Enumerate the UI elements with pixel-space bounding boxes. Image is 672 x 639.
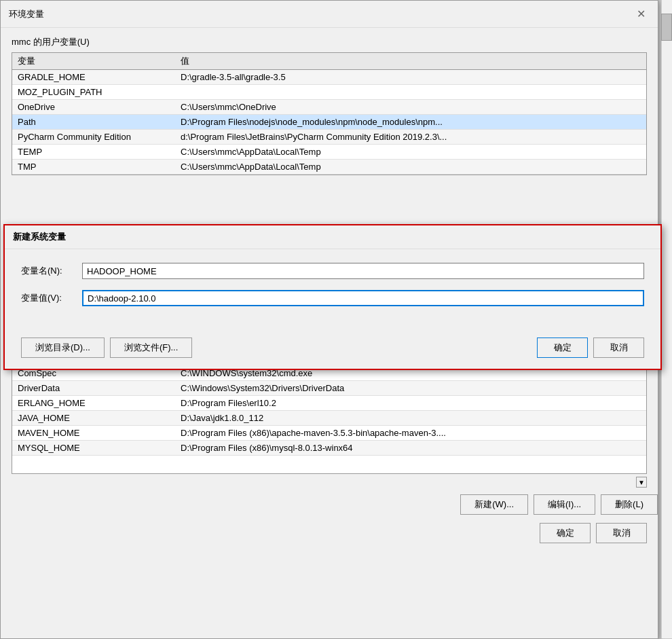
edit-sys-var-button[interactable]: 编辑(I)... [534, 494, 595, 515]
var-value-label: 变量值(V): [21, 292, 82, 304]
table-row[interactable]: ERLANG_HOME D:\Program Files\erl10.2 [12, 396, 646, 411]
table-row[interactable]: PyCharm Community Edition d:\Program Fil… [12, 130, 646, 145]
right-scrollbar[interactable] [661, 0, 672, 638]
user-vars-section: mmc 的用户变量(U) 变量 值 GRADLE_HOME D:\gradle-… [12, 36, 647, 175]
table-row[interactable]: GRADLE_HOME D:\gradle-3.5-all\gradle-3.5 [12, 70, 646, 85]
table-row-path[interactable]: Path D:\Program Files\nodejs\node_module… [12, 115, 646, 130]
var-name: TMP [18, 162, 181, 172]
env-ok-button[interactable]: 确定 [540, 523, 591, 543]
new-var-dialog-title: 新建系统变量 [13, 231, 66, 243]
var-value [181, 87, 641, 97]
var-value: D:\Program Files (x86)\mysql-8.0.13-winx… [181, 443, 641, 453]
var-value: D:\Program Files\nodejs\node_modules\npm… [181, 117, 641, 127]
user-vars-table: 变量 值 GRADLE_HOME D:\gradle-3.5-all\gradl… [12, 52, 647, 175]
var-name: Path [18, 117, 181, 127]
user-vars-table-header: 变量 值 [12, 53, 646, 70]
var-name: DriverData [18, 383, 181, 393]
val-col-header: 值 [181, 55, 641, 67]
var-value: d:\Program Files\JetBrains\PyCharm Commu… [181, 132, 641, 142]
var-name: MOZ_PLUGIN_PATH [18, 87, 181, 97]
table-row[interactable]: TMP C:\Users\mmc\AppData\Local\Temp [12, 160, 646, 175]
new-var-cancel-button[interactable]: 取消 [593, 337, 644, 358]
var-value: C:\Windows\System32\Drivers\DriverData [181, 383, 641, 393]
var-value: C:\Users\mmc\AppData\Local\Temp [181, 147, 641, 157]
new-var-titlebar: 新建系统变量 [5, 225, 660, 249]
new-sys-var-button[interactable]: 新建(W)... [460, 494, 528, 515]
var-name: MAVEN_HOME [18, 428, 181, 438]
var-name: OneDrive [18, 102, 181, 112]
var-name: MYSQL_HOME [18, 443, 181, 453]
var-value: D:\Java\jdk1.8.0_112 [181, 413, 641, 423]
user-vars-label: mmc 的用户变量(U) [12, 36, 647, 48]
new-var-body: 变量名(N): 变量值(V): [5, 249, 660, 331]
var-value: C:\Users\mmc\AppData\Local\Temp [181, 162, 641, 172]
new-var-right-buttons: 确定 取消 [537, 337, 644, 358]
var-col-header: 变量 [18, 55, 181, 67]
delete-sys-var-button[interactable]: 删除(L) [601, 494, 658, 515]
table-row[interactable]: TEMP C:\Users\mmc\AppData\Local\Temp [12, 145, 646, 160]
var-name: ERLANG_HOME [18, 398, 181, 408]
var-value-input[interactable] [82, 290, 644, 306]
new-var-buttons: 浏览目录(D)... 浏览文件(F)... 确定 取消 [5, 331, 660, 369]
browse-dir-button[interactable]: 浏览目录(D)... [21, 337, 105, 358]
scrollbar-thumb[interactable] [661, 14, 672, 41]
env-window-close-button[interactable]: ✕ [633, 6, 650, 22]
sys-vars-buttons: 新建(W)... 编辑(I)... 删除(L) [1, 494, 658, 515]
sys-vars-table: ComSpec C:\WINDOWS\system32\cmd.exe Driv… [12, 365, 647, 474]
table-row[interactable]: MAVEN_HOME D:\Program Files (x86)\apache… [12, 426, 646, 441]
var-name: TEMP [18, 147, 181, 157]
var-value: D:\gradle-3.5-all\gradle-3.5 [181, 72, 641, 82]
var-value: C:\Users\mmc\OneDrive [181, 102, 641, 112]
var-name-input[interactable] [82, 263, 644, 279]
new-var-left-buttons: 浏览目录(D)... 浏览文件(F)... [21, 337, 192, 358]
var-value: D:\Program Files (x86)\apache-maven-3.5.… [181, 428, 641, 438]
table-row[interactable]: JAVA_HOME D:\Java\jdk1.8.0_112 [12, 411, 646, 426]
env-window-title: 环境变量 [9, 8, 44, 20]
browse-file-button[interactable]: 浏览文件(F)... [110, 337, 192, 358]
var-name-row: 变量名(N): [21, 263, 644, 279]
env-final-buttons: 确定 取消 [12, 523, 647, 543]
env-cancel-button[interactable]: 取消 [596, 523, 647, 543]
var-name: PyCharm Community Edition [18, 132, 181, 142]
var-name: JAVA_HOME [18, 413, 181, 423]
env-window-titlebar: 环境变量 ✕ [1, 1, 658, 28]
var-name-label: 变量名(N): [21, 265, 82, 277]
table-row[interactable]: OneDrive C:\Users\mmc\OneDrive [12, 100, 646, 115]
table-row[interactable]: DriverData C:\Windows\System32\Drivers\D… [12, 381, 646, 396]
var-name: GRADLE_HOME [18, 72, 181, 82]
var-value: D:\Program Files\erl10.2 [181, 398, 641, 408]
table-row[interactable]: MYSQL_HOME D:\Program Files (x86)\mysql-… [12, 441, 646, 456]
new-var-dialog: 新建系统变量 变量名(N): 变量值(V): 浏览目录(D)... 浏览文件(F… [3, 224, 662, 370]
new-var-ok-button[interactable]: 确定 [537, 337, 588, 358]
table-row[interactable]: MOZ_PLUGIN_PATH [12, 85, 646, 100]
var-value-row: 变量值(V): [21, 290, 644, 306]
